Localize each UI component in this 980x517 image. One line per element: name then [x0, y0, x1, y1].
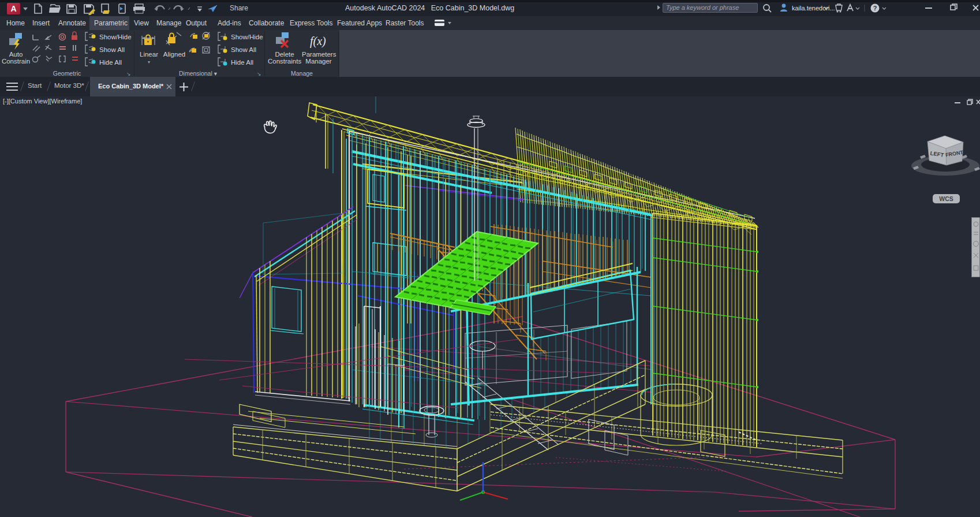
svg-text:?: ?	[873, 5, 877, 12]
svg-text:f(x): f(x)	[310, 35, 326, 48]
